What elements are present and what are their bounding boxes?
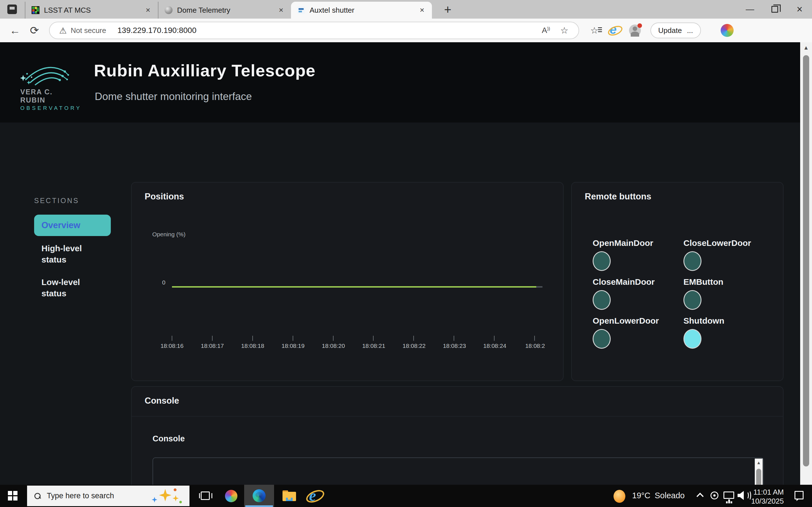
scroll-up-icon[interactable]: ▲ xyxy=(800,45,812,51)
internet-explorer-icon[interactable]: e xyxy=(306,488,321,503)
x-tick-label: 18:08:18 xyxy=(236,342,269,349)
update-button[interactable]: Update ... xyxy=(651,22,701,38)
more-menu-icon[interactable]: ... xyxy=(687,26,693,35)
x-tick-label: 18:08:16 xyxy=(155,342,189,349)
dome-telemetry-favicon-icon xyxy=(165,6,172,14)
taskbar-clock[interactable]: 11:01 AM 10/3/2025 xyxy=(751,488,784,506)
close-lower-door-button[interactable] xyxy=(683,251,702,271)
tab-title: Dome Telemetry xyxy=(177,6,276,15)
url-text[interactable]: 139.229.170.190:8000 xyxy=(117,26,542,35)
profile-avatar[interactable] xyxy=(629,24,641,36)
weather-temperature[interactable]: 19°C xyxy=(632,491,651,500)
weather-description[interactable]: Soleado xyxy=(655,491,684,500)
profile-alert-badge xyxy=(638,23,642,28)
clock-date: 10/3/2025 xyxy=(751,497,784,506)
tray-volume-icon[interactable] xyxy=(738,491,744,500)
favorite-star-icon[interactable]: ☆ xyxy=(560,25,568,36)
search-highlights-icon[interactable] xyxy=(148,489,182,504)
page-scrollbar[interactable]: ▲ xyxy=(800,42,812,485)
tray-expand-chevron-icon[interactable] xyxy=(696,493,703,500)
close-window-button[interactable]: × xyxy=(787,0,812,18)
console-output[interactable]: >> 2025-10-03T13:32:15 FAULTS [{"status"… xyxy=(153,457,764,485)
page-title: Rubin Auxilliary Telescope xyxy=(94,61,315,80)
chart-y-tick: 0 xyxy=(162,279,165,286)
logo-arcs-icon xyxy=(20,59,73,86)
tab-auxtel-shutter[interactable]: Auxtel shutter × xyxy=(291,2,432,18)
remote-button-label: Shutdown xyxy=(683,316,768,326)
positions-card: Positions Opening (%) 0 18:08:16 18:08:1… xyxy=(131,182,564,381)
tab-close-icon[interactable]: × xyxy=(143,5,153,15)
remote-button-label: CloseLowerDoor xyxy=(683,238,768,248)
volume-wave-icon xyxy=(747,490,751,501)
sidebar-item-high-level-status[interactable]: High-level status xyxy=(42,243,106,265)
screen: LSST AT MCS × Dome Telemetry × Auxtel sh… xyxy=(0,0,812,507)
tab-dome-telemetry[interactable]: Dome Telemetry × xyxy=(158,2,291,18)
divider xyxy=(132,416,783,416)
sidebar-item-low-level-status[interactable]: Low-level status xyxy=(42,277,106,299)
auxtel-favicon-icon xyxy=(297,6,305,14)
task-view-icon[interactable] xyxy=(201,492,210,500)
tab-actions-menu-icon[interactable] xyxy=(7,4,17,14)
restore-button[interactable] xyxy=(762,0,787,18)
restore-icon xyxy=(771,6,778,13)
remote-buttons-title: Remote buttons xyxy=(585,191,651,202)
chart-y-axis-label: Opening (%) xyxy=(152,231,186,238)
page-header: VERA C. RUBIN OBSERVATORY Rubin Auxillia… xyxy=(0,42,800,122)
shutdown-button[interactable] xyxy=(683,329,702,349)
chart-x-axis-ticks xyxy=(172,336,535,341)
chart-line-series xyxy=(172,286,536,288)
search-placeholder: Type here to search xyxy=(47,492,114,500)
console-log-text: >> 2025-10-03T13:32:15 FAULTS [{"status"… xyxy=(161,462,744,485)
back-button[interactable]: ← xyxy=(10,24,20,37)
x-tick-label: 18:08:24 xyxy=(478,342,512,349)
read-aloud-icon[interactable]: A)) xyxy=(542,26,550,35)
close-main-door-button[interactable] xyxy=(593,290,611,310)
start-button-icon[interactable] xyxy=(8,491,17,501)
search-icon xyxy=(35,493,41,499)
x-tick-label: 18:08:22 xyxy=(397,342,431,349)
remote-button-label: EMButton xyxy=(683,277,768,287)
refresh-button[interactable]: ⟳ xyxy=(30,24,39,37)
favorites-bar-icon[interactable]: ☆ xyxy=(591,25,599,36)
action-center-icon[interactable] xyxy=(795,491,804,499)
console-scrollbar-thumb[interactable] xyxy=(756,469,761,485)
x-tick-label: 18:08:23 xyxy=(438,342,471,349)
file-explorer-icon[interactable] xyxy=(283,490,296,501)
address-bar[interactable]: ⚠ Not secure 139.229.170.190:8000 A)) ☆ xyxy=(49,22,579,39)
tab-close-icon[interactable]: × xyxy=(276,5,286,15)
weather-sun-icon[interactable] xyxy=(613,490,625,503)
rubin-observatory-logo: VERA C. RUBIN OBSERVATORY xyxy=(20,59,74,111)
tray-network-icon[interactable] xyxy=(723,492,734,499)
tab-close-icon[interactable]: × xyxy=(417,5,427,15)
window-controls: — × xyxy=(738,0,812,18)
console-title: Console xyxy=(145,396,179,406)
console-scrollbar[interactable]: ▲ xyxy=(755,459,763,485)
em-button[interactable] xyxy=(683,290,702,310)
sidebar-heading: SECTIONS xyxy=(34,196,79,205)
tray-record-icon[interactable] xyxy=(711,492,718,499)
taskbar-edge-app[interactable] xyxy=(244,485,274,507)
taskbar-search-input[interactable]: Type here to search xyxy=(27,486,190,506)
tab-lsst-at-mcs[interactable]: LSST AT MCS × xyxy=(25,2,158,18)
sidebar-item-overview[interactable]: Overview xyxy=(34,215,111,236)
page-subtitle: Dome shutter monitoring interface xyxy=(95,91,252,103)
x-tick-label: 18:08:19 xyxy=(276,342,310,349)
x-tick-label: 18:08:2 xyxy=(518,342,552,349)
open-lower-door-button[interactable] xyxy=(593,329,611,349)
minimize-button[interactable]: — xyxy=(738,0,762,18)
remote-buttons-card: Remote buttons OpenMainDoor CloseLowerDo… xyxy=(571,182,783,381)
new-tab-button[interactable]: + xyxy=(440,2,456,17)
open-main-door-button[interactable] xyxy=(593,251,611,271)
scroll-up-icon[interactable]: ▲ xyxy=(755,460,763,465)
page-scrollbar-thumb[interactable] xyxy=(803,55,809,466)
taskbar-copilot-icon[interactable] xyxy=(225,490,238,502)
not-secure-warning-icon[interactable]: ⚠ xyxy=(59,25,67,36)
web-page: VERA C. RUBIN OBSERVATORY Rubin Auxillia… xyxy=(0,42,800,485)
browser-toolbar: ← ⟳ ⚠ Not secure 139.229.170.190:8000 A)… xyxy=(0,18,812,42)
ie-mode-icon[interactable]: e xyxy=(608,25,619,36)
remote-button-label: OpenMainDoor xyxy=(593,238,677,248)
positions-title: Positions xyxy=(145,191,184,202)
copilot-icon[interactable] xyxy=(721,24,733,37)
remote-button-label: CloseMainDoor xyxy=(593,277,677,287)
tab-title: Auxtel shutter xyxy=(310,6,417,15)
